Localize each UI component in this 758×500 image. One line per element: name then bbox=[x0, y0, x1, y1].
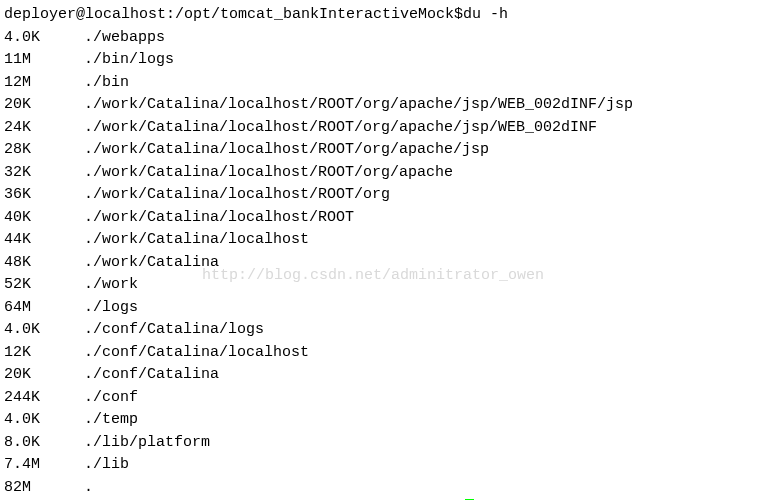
output-row: 32K./work/Catalina/localhost/ROOT/org/ap… bbox=[4, 162, 754, 185]
path-value: ./work/Catalina/localhost/ROOT/org/apach… bbox=[84, 94, 754, 117]
size-value: 244K bbox=[4, 387, 84, 410]
output-row: 7.4M./lib bbox=[4, 454, 754, 477]
size-value: 4.0K bbox=[4, 319, 84, 342]
size-value: 12M bbox=[4, 72, 84, 95]
output-row: 52K./work bbox=[4, 274, 754, 297]
path-value: ./conf bbox=[84, 387, 754, 410]
path-value: ./work/Catalina/localhost bbox=[84, 229, 754, 252]
path-value: . bbox=[84, 477, 754, 500]
path-value: ./lib/platform bbox=[84, 432, 754, 455]
prompt-path: /opt/tomcat_bankInteractiveMock bbox=[175, 4, 454, 27]
output-row: 4.0K./temp bbox=[4, 409, 754, 432]
path-value: ./webapps bbox=[84, 27, 754, 50]
output-row: 28K./work/Catalina/localhost/ROOT/org/ap… bbox=[4, 139, 754, 162]
path-value: ./lib bbox=[84, 454, 754, 477]
output-row: 48K./work/Catalina bbox=[4, 252, 754, 275]
prompt-symbol: $ bbox=[454, 4, 463, 27]
prompt-userhost: deployer@localhost bbox=[4, 4, 166, 27]
output-row: 40K./work/Catalina/localhost/ROOT bbox=[4, 207, 754, 230]
path-value: ./bin bbox=[84, 72, 754, 95]
output-row: 12K./conf/Catalina/localhost bbox=[4, 342, 754, 365]
size-value: 20K bbox=[4, 94, 84, 117]
output-row: 244K./conf bbox=[4, 387, 754, 410]
size-value: 44K bbox=[4, 229, 84, 252]
path-value: ./work/Catalina bbox=[84, 252, 754, 275]
size-value: 7.4M bbox=[4, 454, 84, 477]
output-row: 8.0K./lib/platform bbox=[4, 432, 754, 455]
size-value: 4.0K bbox=[4, 409, 84, 432]
path-value: ./logs bbox=[84, 297, 754, 320]
size-value: 40K bbox=[4, 207, 84, 230]
size-value: 52K bbox=[4, 274, 84, 297]
size-value: 36K bbox=[4, 184, 84, 207]
output-row: 20K./work/Catalina/localhost/ROOT/org/ap… bbox=[4, 94, 754, 117]
output-row: 44K./work/Catalina/localhost bbox=[4, 229, 754, 252]
output-row: 11M./bin/logs bbox=[4, 49, 754, 72]
prompt-separator: : bbox=[166, 4, 175, 27]
prompt-line-1: deployer@localhost:/opt/tomcat_bankInter… bbox=[4, 4, 754, 27]
output-row: 4.0K./conf/Catalina/logs bbox=[4, 319, 754, 342]
output-row: 24K./work/Catalina/localhost/ROOT/org/ap… bbox=[4, 117, 754, 140]
command-text: du -h bbox=[463, 4, 508, 27]
path-value: ./work/Catalina/localhost/ROOT/org/apach… bbox=[84, 162, 754, 185]
size-value: 8.0K bbox=[4, 432, 84, 455]
size-value: 48K bbox=[4, 252, 84, 275]
output-row: 36K./work/Catalina/localhost/ROOT/org bbox=[4, 184, 754, 207]
terminal-window[interactable]: http://blog.csdn.net/adminitrator_owen d… bbox=[4, 4, 754, 500]
path-value: ./bin/logs bbox=[84, 49, 754, 72]
path-value: ./work/Catalina/localhost/ROOT bbox=[84, 207, 754, 230]
size-value: 32K bbox=[4, 162, 84, 185]
path-value: ./temp bbox=[84, 409, 754, 432]
path-value: ./conf/Catalina bbox=[84, 364, 754, 387]
size-value: 4.0K bbox=[4, 27, 84, 50]
size-value: 12K bbox=[4, 342, 84, 365]
output-row: 82M. bbox=[4, 477, 754, 500]
size-value: 82M bbox=[4, 477, 84, 500]
path-value: ./work/Catalina/localhost/ROOT/org bbox=[84, 184, 754, 207]
output-row: 12M./bin bbox=[4, 72, 754, 95]
size-value: 11M bbox=[4, 49, 84, 72]
output-row: 4.0K./webapps bbox=[4, 27, 754, 50]
size-value: 20K bbox=[4, 364, 84, 387]
path-value: ./conf/Catalina/localhost bbox=[84, 342, 754, 365]
path-value: ./work/Catalina/localhost/ROOT/org/apach… bbox=[84, 117, 754, 140]
size-value: 64M bbox=[4, 297, 84, 320]
output-row: 20K./conf/Catalina bbox=[4, 364, 754, 387]
command-output: 4.0K./webapps 11M./bin/logs 12M./bin 20K… bbox=[4, 27, 754, 500]
path-value: ./work/Catalina/localhost/ROOT/org/apach… bbox=[84, 139, 754, 162]
size-value: 24K bbox=[4, 117, 84, 140]
path-value: ./conf/Catalina/logs bbox=[84, 319, 754, 342]
path-value: ./work bbox=[84, 274, 754, 297]
size-value: 28K bbox=[4, 139, 84, 162]
output-row: 64M./logs bbox=[4, 297, 754, 320]
